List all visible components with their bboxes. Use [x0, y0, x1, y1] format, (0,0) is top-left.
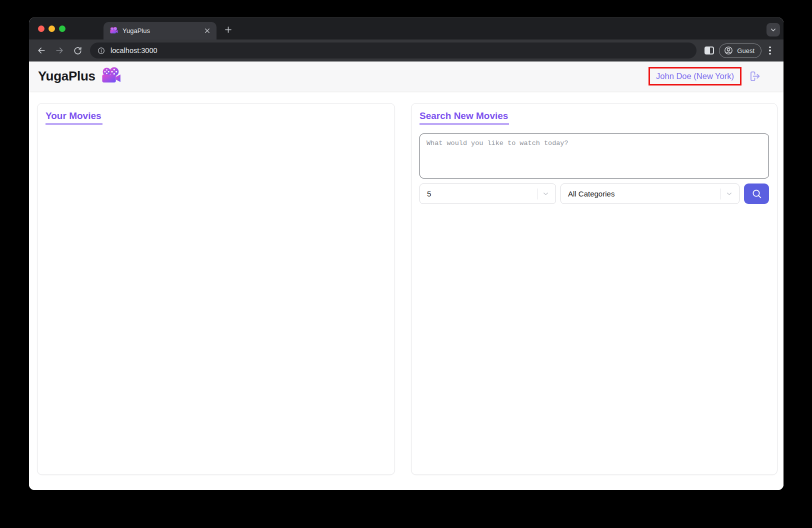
your-movies-title: Your Movies [46, 110, 102, 124]
movie-camera-favicon [110, 26, 118, 35]
profile-avatar-icon [724, 46, 734, 56]
app-header: YugaPlus [29, 62, 784, 91]
search-movies-title: Search New Movies [420, 110, 509, 124]
profile-button[interactable]: Guest [719, 44, 762, 58]
user-profile-link[interactable]: John Doe (New York) [656, 72, 734, 80]
logout-icon[interactable] [748, 70, 762, 83]
url-text: localhost:3000 [110, 46, 158, 54]
profile-label: Guest [737, 47, 754, 54]
search-icon [751, 188, 762, 200]
window-minimize-button[interactable] [48, 26, 55, 32]
results-count-select[interactable]: 5 [420, 184, 556, 204]
your-movies-panel: Your Movies [37, 103, 395, 475]
side-panel-icon[interactable] [704, 46, 714, 54]
app-brand: YugaPlus [38, 67, 121, 86]
window-close-button[interactable] [38, 26, 44, 32]
browser-toolbar: localhost:3000 Guest [29, 40, 784, 62]
search-controls: 5 All Categories [420, 184, 769, 204]
desktop-background: YugaPlus [0, 0, 812, 528]
window-fullscreen-button[interactable] [59, 26, 66, 32]
category-select[interactable]: All Categories [560, 184, 740, 204]
movie-camera-logo-icon [100, 67, 121, 86]
tab-search-chevron-icon[interactable] [766, 23, 780, 36]
browser-menu-icon[interactable] [762, 43, 778, 58]
search-query-input[interactable] [420, 134, 769, 178]
tab-strip: YugaPlus [29, 18, 784, 40]
window-controls [29, 18, 76, 40]
app-title: YugaPlus [38, 68, 96, 84]
main-content: Your Movies Search New Movies 5 [29, 91, 784, 490]
new-tab-icon[interactable] [220, 22, 236, 37]
chevron-down-icon [726, 190, 733, 198]
search-form: 5 All Categories [420, 134, 769, 204]
site-info-icon[interactable] [97, 46, 106, 55]
annotation-highlight-box: John Doe (New York) [648, 67, 742, 86]
tab-close-icon[interactable] [203, 26, 212, 35]
address-bar[interactable]: localhost:3000 [90, 42, 696, 58]
browser-tab[interactable]: YugaPlus [104, 22, 216, 40]
reload-icon[interactable] [69, 42, 86, 59]
back-icon[interactable] [33, 42, 50, 59]
search-movies-panel: Search New Movies 5 [411, 103, 778, 475]
results-count-value: 5 [427, 190, 533, 198]
header-actions: John Doe (New York) [648, 67, 762, 86]
web-page: YugaPlus [29, 62, 784, 490]
search-button[interactable] [744, 184, 769, 204]
forward-icon[interactable] [51, 42, 68, 59]
category-value: All Categories [568, 190, 716, 198]
tab-title: YugaPlus [122, 27, 203, 34]
browser-window: YugaPlus [29, 18, 784, 490]
chevron-down-icon [542, 190, 550, 198]
